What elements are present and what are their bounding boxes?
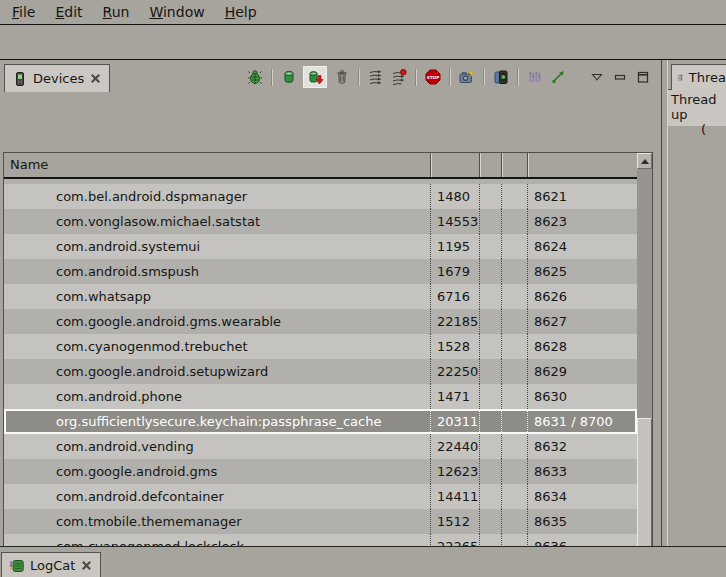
vertical-scrollbar-thumb[interactable] bbox=[637, 418, 652, 566]
maximize-icon[interactable] bbox=[634, 69, 651, 86]
device-row[interactable]: com.google.android.gms.wearable221858627 bbox=[4, 309, 637, 334]
device-row[interactable]: com.android.smspush16798625 bbox=[4, 259, 637, 284]
device-phone-icon bbox=[12, 71, 28, 87]
device-row[interactable]: com.google.android.gms126238633 bbox=[4, 459, 637, 484]
bottom-tabstrip: LogCat bbox=[0, 546, 726, 577]
vertical-scrollbar[interactable] bbox=[637, 153, 652, 577]
cell-name: com.android.systemui bbox=[4, 234, 430, 259]
cell-port: 8626 bbox=[527, 284, 637, 309]
minimize-icon[interactable] bbox=[611, 69, 628, 86]
column-resize-handle[interactable] bbox=[501, 153, 502, 177]
threads-message: Thread up ( bbox=[668, 90, 726, 126]
threads-message-line1: Thread up bbox=[671, 92, 726, 122]
cell-c4 bbox=[501, 284, 527, 309]
device-row[interactable]: com.bel.android.dspmanager14808621 bbox=[4, 184, 637, 209]
close-icon[interactable] bbox=[89, 72, 102, 85]
devices-view: Devices bbox=[0, 60, 661, 546]
debug-attach-icon[interactable] bbox=[246, 69, 263, 86]
menu-edit[interactable]: Edit bbox=[45, 2, 92, 22]
cell-c4 bbox=[501, 509, 527, 534]
menu-window[interactable]: Window bbox=[139, 2, 214, 22]
screen-capture-icon[interactable] bbox=[458, 69, 475, 86]
cell-pid: 1480 bbox=[430, 184, 479, 209]
dump-hprof-icon[interactable] bbox=[303, 66, 327, 88]
up-arrow-icon bbox=[641, 159, 649, 164]
cell-c3 bbox=[479, 409, 501, 434]
tab-logcat-label: LogCat bbox=[30, 558, 75, 573]
cell-port: 8634 bbox=[527, 484, 637, 509]
cell-c3 bbox=[479, 359, 501, 384]
threads-body bbox=[668, 126, 726, 545]
device-row-selected[interactable]: org.sufficientlysecure.keychain:passphra… bbox=[4, 409, 637, 434]
cell-c3 bbox=[479, 484, 501, 509]
cell-port: 8630 bbox=[527, 384, 637, 409]
toolbar-separator bbox=[483, 69, 484, 86]
device-row[interactable]: com.android.vending224408632 bbox=[4, 434, 637, 459]
cell-pid: 1528 bbox=[430, 334, 479, 359]
cause-gc-icon[interactable] bbox=[333, 69, 350, 86]
tab-devices-label: Devices bbox=[33, 71, 84, 86]
cell-c4 bbox=[501, 434, 527, 459]
cell-port: 8621 bbox=[527, 184, 637, 209]
device-row[interactable]: com.cyanogenmod.trebuchet15288628 bbox=[4, 334, 637, 359]
start-method-profiling-icon[interactable] bbox=[390, 69, 407, 86]
ui-automator-viewer-icon[interactable] bbox=[492, 69, 509, 86]
cell-name: com.google.android.gms bbox=[4, 459, 430, 484]
column-resize-handle[interactable] bbox=[527, 153, 528, 177]
tab-devices[interactable]: Devices bbox=[4, 64, 110, 92]
cell-name: com.tmobile.thememanager bbox=[4, 509, 430, 534]
scroll-up-button[interactable] bbox=[637, 153, 652, 169]
cell-c3 bbox=[479, 209, 501, 234]
menu-run[interactable]: Run bbox=[93, 2, 140, 22]
menu-file[interactable]: File bbox=[2, 2, 45, 22]
cell-c4 bbox=[501, 409, 527, 434]
device-row[interactable]: com.vonglasow.michael.satstat145538623 bbox=[4, 209, 637, 234]
menu-bar: File Edit Run Window Help bbox=[0, 0, 726, 24]
toolbar-separator bbox=[415, 69, 416, 86]
cell-pid: 1471 bbox=[430, 384, 479, 409]
cell-port: 8633 bbox=[527, 459, 637, 484]
cell-name: com.android.smspush bbox=[4, 259, 430, 284]
cell-c4 bbox=[501, 459, 527, 484]
device-row[interactable]: com.android.defcontainer144118634 bbox=[4, 484, 637, 509]
threads-view: Threads Thread up ( bbox=[667, 60, 726, 546]
cell-name: com.google.android.setupwizard bbox=[4, 359, 430, 384]
close-icon[interactable] bbox=[80, 559, 93, 572]
menu-help[interactable]: Help bbox=[215, 2, 267, 22]
cell-c3 bbox=[479, 234, 501, 259]
device-row[interactable]: com.google.android.setupwizard222508629 bbox=[4, 359, 637, 384]
cell-name: com.android.defcontainer bbox=[4, 484, 430, 509]
tab-logcat[interactable]: LogCat bbox=[1, 552, 101, 577]
column-header-name[interactable]: Name bbox=[10, 157, 48, 172]
cell-c4 bbox=[501, 209, 527, 234]
start-opengl-trace-icon[interactable] bbox=[549, 69, 566, 86]
view-menu-icon[interactable] bbox=[588, 69, 605, 86]
column-resize-handle[interactable] bbox=[479, 153, 480, 177]
update-heap-icon[interactable] bbox=[280, 69, 297, 86]
stop-process-icon[interactable]: STOP bbox=[424, 69, 441, 86]
cell-c3 bbox=[479, 434, 501, 459]
cell-c3 bbox=[479, 309, 501, 334]
cell-name: org.sufficientlysecure.keychain:passphra… bbox=[4, 409, 430, 434]
cell-c3 bbox=[479, 259, 501, 284]
capture-systrace-icon[interactable] bbox=[526, 69, 543, 86]
cell-pid: 1195 bbox=[430, 234, 479, 259]
cell-c3 bbox=[479, 334, 501, 359]
tab-threads-label: Threads bbox=[689, 70, 726, 85]
column-resize-handle[interactable] bbox=[430, 153, 431, 177]
device-row[interactable]: com.whatsapp67168626 bbox=[4, 284, 637, 309]
cell-pid: 22250 bbox=[430, 359, 479, 384]
cell-port: 8625 bbox=[527, 259, 637, 284]
device-row[interactable]: com.android.phone14718630 bbox=[4, 384, 637, 409]
cell-name: com.bel.android.dspmanager bbox=[4, 184, 430, 209]
cell-port: 8629 bbox=[527, 359, 637, 384]
device-row[interactable]: com.android.systemui11958624 bbox=[4, 234, 637, 259]
device-row[interactable]: com.tmobile.thememanager15128635 bbox=[4, 509, 637, 534]
cell-port: 8632 bbox=[527, 434, 637, 459]
tab-threads[interactable]: Threads bbox=[671, 64, 726, 90]
update-threads-icon[interactable] bbox=[367, 69, 384, 86]
cell-c4 bbox=[501, 384, 527, 409]
cell-c3 bbox=[479, 284, 501, 309]
cell-c4 bbox=[501, 359, 527, 384]
cell-pid: 20311 bbox=[430, 409, 479, 434]
